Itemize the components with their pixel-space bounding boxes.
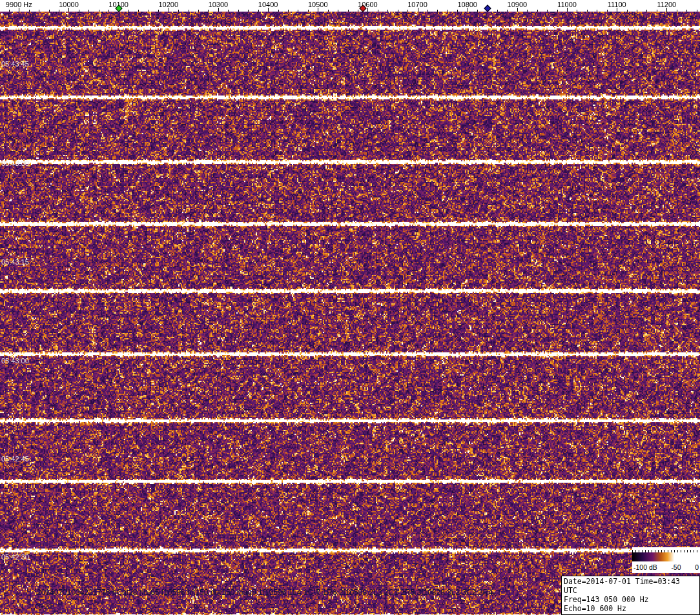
intensity-legend: -100 dB -50 0 [632,547,700,573]
footer-annotation: ^t+21 [36,602,53,610]
marker-green[interactable] [115,5,122,12]
marker-red[interactable] [359,5,366,12]
legend-label-mid: -50 [671,563,681,571]
observation-info-box: Date=2014-07-01 Time=03:43 UTC Freq=143 … [561,576,700,615]
legend-tick-ruler [632,547,700,552]
ruler-markers [0,0,700,12]
legend-label-min: -100 dB [633,563,657,571]
legend-label-max: 0 [695,563,699,571]
info-line-date: Date=2014-07-01 Time=03:43 UTC [564,577,697,595]
spectrogram-canvas [0,12,700,615]
marker-blue[interactable] [484,5,491,12]
info-line-echo: Echo=10 600 Hz [564,604,697,613]
legend-gradient-bar [632,552,700,561]
spectrogram-app: 9900 Hz100001010010200103001040010500106… [0,0,700,615]
event-annotation: 20140701034221776 hCnt28 nb-85 f10596 hi… [37,588,493,597]
frequency-ruler: 9900 Hz100001010010200103001040010500106… [0,0,700,12]
legend-labels: -100 dB -50 0 [632,561,700,573]
info-line-freq: Freq=143 050 000 Hz [564,595,697,604]
